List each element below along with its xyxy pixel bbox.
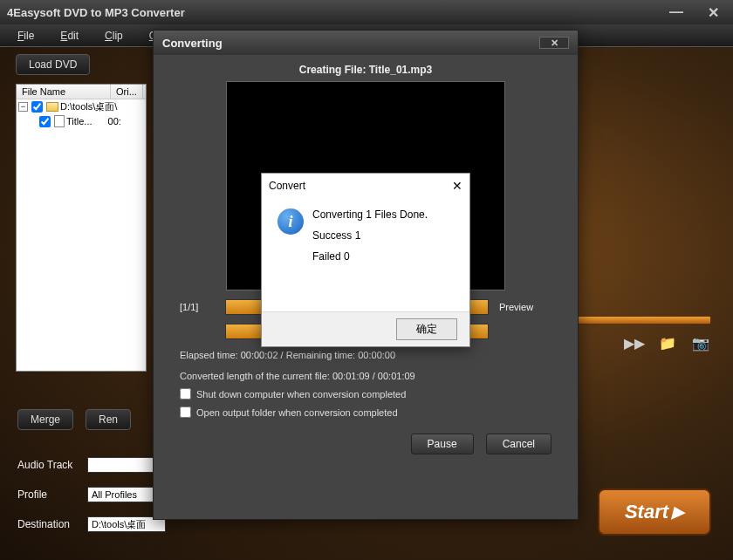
progress-preview-label: Preview	[499, 302, 551, 312]
snapshot-icon[interactable]: 📷	[690, 335, 711, 351]
convert-done-alert: Convert ✕ i Converting 1 Files Done. Suc…	[261, 173, 470, 347]
file-item-label: Title...	[66, 116, 92, 126]
open-folder-icon[interactable]: 📁	[657, 335, 678, 351]
alert-title: Convert	[269, 180, 305, 192]
titlebar: 4Easysoft DVD to MP3 Converter — ✕	[0, 0, 733, 24]
alert-failed: Failed 0	[312, 250, 428, 263]
next-icon[interactable]: ▶▶	[624, 335, 645, 351]
file-root-label: D:\tools\桌面\	[60, 100, 117, 113]
page-icon	[54, 115, 65, 127]
merge-button[interactable]: Merge	[17, 409, 73, 430]
tree-collapse-icon[interactable]: −	[18, 102, 28, 112]
col-filename[interactable]: File Name	[17, 85, 111, 99]
start-button[interactable]: Start ▶	[598, 488, 711, 536]
settings-form: Audio Track Profile Destination	[17, 457, 175, 532]
menu-clip[interactable]: Clip	[105, 30, 123, 42]
menu-edit[interactable]: Edit	[60, 30, 79, 42]
menu-file[interactable]: File	[17, 30, 34, 42]
cancel-button[interactable]: Cancel	[486, 434, 551, 454]
folder-icon	[46, 102, 58, 112]
info-icon: i	[277, 208, 304, 235]
file-item-orig: 00:	[108, 116, 121, 126]
app-title: 4Easysoft DVD to MP3 Converter	[7, 6, 185, 19]
file-checkbox[interactable]	[31, 101, 43, 113]
alert-ok-button[interactable]: 确定	[396, 318, 457, 340]
open-folder-checkbox[interactable]	[180, 406, 191, 418]
dialog-title: Converting	[162, 37, 223, 50]
start-label: Start	[625, 501, 668, 523]
col-orig[interactable]: Ori...	[111, 85, 143, 99]
close-button[interactable]: ✕	[700, 6, 726, 18]
destination-label: Destination	[17, 518, 87, 530]
converted-length-label: Converted length of the current file: 00…	[180, 371, 551, 381]
file-row-root[interactable]: − D:\tools\桌面\	[17, 99, 146, 114]
play-icon: ▶	[672, 502, 684, 522]
elapsed-time-label: Elapsed time: 00:00:02 / Remaining time:…	[180, 350, 551, 360]
file-list[interactable]: File Name Ori... − D:\tools\桌面\ Title...…	[16, 84, 147, 372]
progress-count: [1/1]	[180, 302, 215, 312]
alert-success: Success 1	[312, 229, 428, 242]
creating-file-label: Creating File: Title_01.mp3	[180, 64, 551, 76]
open-folder-label: Open output folder when conversion compl…	[196, 407, 398, 418]
shutdown-checkbox[interactable]	[180, 388, 191, 400]
alert-message: Converting 1 Files Done.	[312, 208, 428, 221]
audio-track-label: Audio Track	[17, 459, 87, 471]
shutdown-label: Shut down computer when conversion compl…	[196, 389, 406, 400]
file-checkbox[interactable]	[39, 116, 51, 127]
rename-button[interactable]: Ren	[86, 409, 131, 430]
dialog-close-button[interactable]: ✕	[539, 37, 569, 49]
file-row-item[interactable]: Title... 00:	[17, 114, 146, 128]
load-dvd-button[interactable]: Load DVD	[16, 54, 90, 75]
minimize-button[interactable]: —	[663, 6, 689, 18]
profile-label: Profile	[17, 488, 87, 501]
alert-close-button[interactable]: ✕	[452, 179, 462, 193]
pause-button[interactable]: Pause	[411, 434, 474, 454]
